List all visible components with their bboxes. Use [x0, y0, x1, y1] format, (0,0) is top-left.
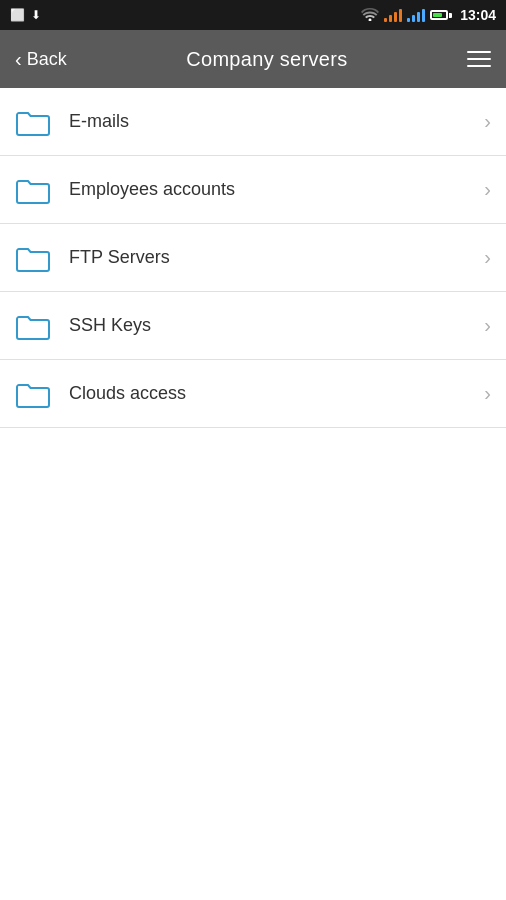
folder-icon [15, 311, 51, 341]
download-icon: ⬇ [31, 8, 41, 22]
battery-icon [430, 10, 452, 20]
back-label: Back [27, 49, 67, 70]
navbar: ‹ Back Company servers [0, 30, 506, 88]
page-title: Company servers [186, 48, 347, 71]
list-item-employees-accounts[interactable]: Employees accounts› [0, 156, 506, 224]
item-label: FTP Servers [69, 247, 484, 268]
chevron-right-icon: › [484, 110, 491, 133]
item-label: SSH Keys [69, 315, 484, 336]
chevron-right-icon: › [484, 382, 491, 405]
hamburger-icon [467, 65, 491, 67]
list-item-emails[interactable]: E-mails› [0, 88, 506, 156]
hamburger-icon [467, 51, 491, 53]
screenshot-icon: ⬜ [10, 8, 25, 22]
item-label: Employees accounts [69, 179, 484, 200]
list-item-ssh-keys[interactable]: SSH Keys› [0, 292, 506, 360]
status-bar-right: 13:04 [361, 7, 496, 24]
list-item-ftp-servers[interactable]: FTP Servers› [0, 224, 506, 292]
folder-list: E-mails› Employees accounts› FTP Servers… [0, 88, 506, 428]
back-button[interactable]: ‹ Back [15, 48, 67, 71]
folder-icon [15, 243, 51, 273]
wifi-icon [361, 7, 379, 24]
status-bar: ⬜ ⬇ [0, 0, 506, 30]
item-label: Clouds access [69, 383, 484, 404]
signal-blue-icon [407, 8, 425, 22]
hamburger-icon [467, 58, 491, 60]
list-item-clouds-access[interactable]: Clouds access› [0, 360, 506, 428]
status-bar-left: ⬜ ⬇ [10, 8, 41, 22]
back-arrow-icon: ‹ [15, 48, 22, 71]
folder-icon [15, 379, 51, 409]
signal-orange-icon [384, 8, 402, 22]
menu-button[interactable] [467, 51, 491, 67]
chevron-right-icon: › [484, 314, 491, 337]
status-time: 13:04 [460, 7, 496, 23]
folder-icon [15, 107, 51, 137]
chevron-right-icon: › [484, 246, 491, 269]
item-label: E-mails [69, 111, 484, 132]
folder-icon [15, 175, 51, 205]
chevron-right-icon: › [484, 178, 491, 201]
